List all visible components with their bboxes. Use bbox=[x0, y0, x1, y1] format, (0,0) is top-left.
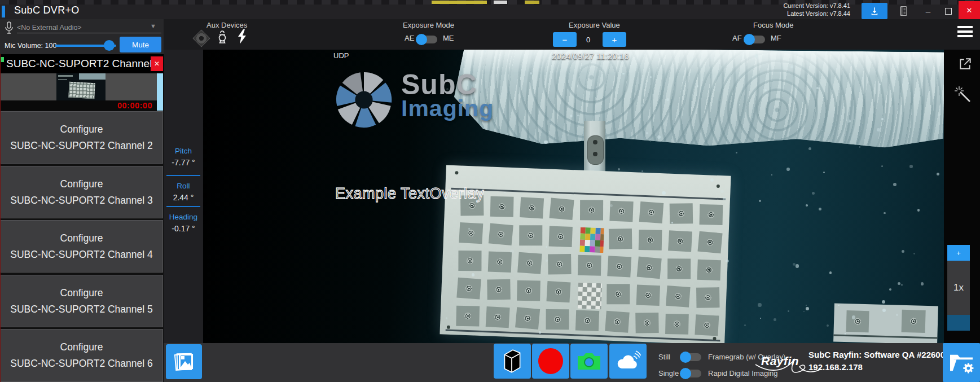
folder-gear-icon bbox=[948, 352, 974, 374]
zoom-in-button[interactable]: + bbox=[947, 245, 970, 261]
3d-capture-button[interactable] bbox=[494, 344, 531, 379]
media-gallery-button[interactable] bbox=[166, 344, 202, 379]
aux-lamp-button[interactable] bbox=[216, 29, 229, 47]
watermark-line2: Imaging bbox=[401, 96, 494, 120]
pitch-label: Pitch bbox=[164, 147, 203, 155]
telemetry-divider bbox=[166, 175, 200, 176]
window-left-edge bbox=[0, 54, 1, 382]
file-settings-button[interactable] bbox=[943, 343, 980, 382]
mic-volume-slider-knob[interactable] bbox=[104, 40, 115, 51]
exposure-manual-label: ME bbox=[443, 34, 454, 42]
exposure-mode-toggle[interactable] bbox=[417, 36, 437, 43]
single-mode-toggle[interactable] bbox=[681, 370, 701, 377]
exposure-increase-button[interactable]: + bbox=[603, 32, 626, 47]
menu-button[interactable] bbox=[957, 26, 973, 39]
configure-channel-4-button[interactable]: Configure SUBC-NC-SUPORT2 Channel 4 bbox=[0, 220, 163, 273]
still-mode-toggle[interactable] bbox=[681, 353, 701, 361]
telemetry-divider bbox=[166, 206, 200, 207]
single-label: Single bbox=[658, 369, 679, 377]
taskbar-fragment bbox=[432, 1, 487, 4]
photos-icon bbox=[173, 350, 195, 373]
record-timer: 00:00:00 bbox=[117, 101, 152, 110]
aux-devices-label: Aux Devices bbox=[206, 21, 247, 29]
rayfin-brand-text: Rayfin bbox=[761, 354, 799, 368]
camera-ip: 192.168.2.178 bbox=[808, 362, 863, 372]
capture-bar: Still Framegrab (w/ Overlay) Single Rapi… bbox=[164, 343, 980, 382]
maximize-button[interactable] bbox=[939, 3, 958, 19]
roll-label: Roll bbox=[164, 182, 203, 190]
cube-icon bbox=[501, 348, 524, 374]
focus-mode-toggle[interactable] bbox=[745, 36, 765, 43]
subc-dvr-window: SubC DVR+O Current Version: v7.8.41 Late… bbox=[0, 0, 980, 382]
download-icon bbox=[869, 6, 880, 16]
pitch-value: -7.77 ° bbox=[164, 158, 203, 167]
download-update-button[interactable] bbox=[862, 3, 887, 19]
mute-button[interactable]: Mute bbox=[120, 37, 161, 52]
current-version: Current Version: v7.8.41 bbox=[692, 2, 850, 10]
audio-panel: <No External Audio> ▼ Mic Volume: 100 Mu… bbox=[0, 19, 164, 54]
snapshot-button[interactable] bbox=[570, 344, 608, 379]
gray-checker-patch bbox=[577, 283, 602, 310]
watermark-line1: SubC bbox=[401, 71, 494, 99]
record-button[interactable] bbox=[532, 344, 569, 379]
channel-1-name: SUBC-NC-SUPORT2 Channel 1 bbox=[6, 58, 161, 70]
preview-letterbox-left bbox=[0, 73, 56, 100]
configure-channel-2-button[interactable]: Configure SUBC-NC-SUPORT2 Channel 2 bbox=[0, 111, 163, 164]
channel-1-preview[interactable]: 00:00:00 bbox=[0, 73, 164, 111]
video-viewport: UDP 2024/09/27 11:20:16 SubC Imaging bbox=[203, 50, 944, 343]
configure-channel-3-button[interactable]: Configure SUBC-NC-SUPORT2 Channel 3 bbox=[0, 166, 163, 218]
telemetry-panel: Pitch -7.77 ° Roll 2.44 ° Heading -0.17 … bbox=[164, 50, 203, 343]
camera-toolbar: Aux Devices Exposure Mode AE ME Exposure… bbox=[164, 19, 980, 50]
zoom-level: 1x bbox=[947, 261, 970, 315]
channel-scrollbar[interactable] bbox=[157, 73, 163, 111]
toggle-knob bbox=[680, 368, 691, 379]
magic-wand-icon bbox=[954, 86, 972, 104]
toggle-knob bbox=[744, 34, 755, 45]
mic-volume-label: Mic Volume: 100 bbox=[5, 42, 56, 50]
zoom-out-button[interactable] bbox=[947, 315, 970, 331]
title-bar: SubC DVR+O Current Version: v7.8.41 Late… bbox=[0, 0, 980, 19]
channel-1-thumbnail[interactable] bbox=[56, 73, 106, 100]
audio-source-underline bbox=[17, 33, 161, 33]
chevron-down-icon[interactable]: ▼ bbox=[150, 23, 156, 29]
secondary-target-shelf bbox=[833, 303, 938, 343]
exposure-auto-label: AE bbox=[405, 34, 414, 42]
focus-mode-label: Focus Mode bbox=[753, 21, 794, 29]
preview-letterbox-right bbox=[106, 73, 157, 100]
aux-sensor-icon[interactable] bbox=[192, 29, 210, 47]
bracket-clamp bbox=[587, 135, 604, 165]
channel-1-close-button[interactable]: ✕ bbox=[151, 56, 163, 71]
taskbar-fragment bbox=[525, 1, 539, 4]
right-tool-strip: + 1x bbox=[944, 50, 980, 343]
lamp-icon bbox=[216, 29, 229, 45]
configure-channel-5-button[interactable]: Configure SUBC-NC-SUPORT2 Channel 5 bbox=[0, 275, 163, 327]
aux-strobe-button[interactable] bbox=[236, 29, 248, 47]
minimize-button[interactable]: – bbox=[919, 3, 938, 19]
aperture-icon bbox=[335, 71, 393, 129]
lightning-icon bbox=[236, 29, 248, 45]
exposure-value-label: Exposure Value bbox=[569, 21, 620, 29]
audio-source-select[interactable]: <No External Audio> bbox=[17, 24, 82, 32]
configure-channel-6-button[interactable]: Configure SUBC-NC-SUPORT2 Channel 6 bbox=[0, 329, 163, 382]
focus-auto-label: AF bbox=[732, 34, 742, 42]
external-link-icon bbox=[958, 56, 973, 71]
taskbar-fragment bbox=[494, 1, 507, 4]
channel-1-header[interactable]: SUBC-NC-SUPORT2 Channel 1 ✕ bbox=[0, 54, 164, 73]
timestamp-overlay: 2024/09/27 11:20:16 bbox=[552, 51, 629, 61]
cloud-upload-button[interactable] bbox=[609, 344, 647, 379]
toggle-knob bbox=[680, 352, 691, 363]
color-checker-patch bbox=[579, 227, 604, 253]
version-info: Current Version: v7.8.41 Latest Version:… bbox=[692, 2, 850, 17]
changelog-button[interactable] bbox=[894, 3, 913, 19]
record-icon bbox=[538, 348, 563, 374]
close-button[interactable]: ✕ bbox=[959, 1, 980, 19]
exposure-decrease-button[interactable]: − bbox=[553, 32, 577, 47]
record-timer-bar: 00:00:00 bbox=[0, 100, 157, 111]
latest-version: Latest Version: v7.8.44 bbox=[692, 10, 850, 17]
auto-adjust-button[interactable] bbox=[954, 86, 972, 106]
stream-protocol-overlay: UDP bbox=[333, 51, 349, 60]
water-surface bbox=[454, 50, 944, 148]
popout-view-button[interactable] bbox=[958, 56, 973, 73]
exposure-mode-label: Exposure Mode bbox=[403, 21, 454, 29]
cloud-icon bbox=[615, 350, 641, 372]
